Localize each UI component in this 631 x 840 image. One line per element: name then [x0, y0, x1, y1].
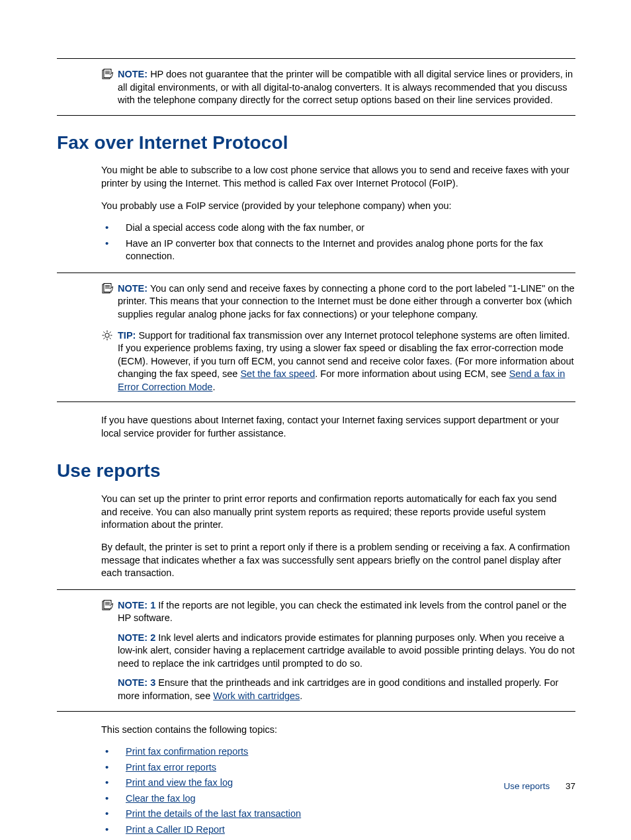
s1-note: NOTE: You can only send and receive faxe…	[57, 282, 575, 321]
svg-rect-20	[104, 600, 111, 609]
note-text: Ink level alerts and indicators provide …	[118, 632, 575, 669]
note-label: NOTE: 3	[118, 677, 155, 688]
s1-bullet-1: Dial a special access code along with th…	[101, 222, 575, 235]
footer-title: Use reports	[503, 781, 550, 791]
topic-item: Clear the fax log	[101, 792, 575, 806]
link-print-view-fax-log[interactable]: Print and view the fax log	[126, 777, 233, 788]
topic-item: Print fax error reports	[101, 761, 575, 775]
svg-line-15	[104, 331, 105, 333]
s1-p1: You might be able to subscribe to a low …	[57, 164, 575, 190]
link-print-caller-id[interactable]: Print a Caller ID Report	[126, 824, 225, 835]
svg-line-17	[110, 331, 111, 333]
link-set-fax-speed[interactable]: Set the fax speed	[240, 368, 315, 379]
topic-item: Print fax confirmation reports	[101, 745, 575, 759]
top-note-group: NOTE: HP does not guarantee that the pri…	[57, 58, 575, 116]
top-note: NOTE: HP does not guarantee that the pri…	[57, 68, 575, 107]
s2-p3: This section contains the following topi…	[57, 724, 575, 737]
s1-p2: You probably use a FoIP service (provide…	[57, 200, 575, 213]
svg-rect-1	[104, 69, 111, 78]
link-clear-fax-log[interactable]: Clear the fax log	[126, 793, 196, 804]
tip-icon	[102, 330, 113, 341]
note-text-1: Ensure that the printheads and ink cartr…	[118, 677, 558, 701]
note-label: NOTE: 1	[118, 600, 155, 610]
note-text: You can only send and receive faxes by c…	[118, 283, 575, 319]
link-print-last-fax-details[interactable]: Print the details of the last fax transa…	[126, 808, 301, 819]
s2-note-2: NOTE: 2 Ink level alerts and indicators …	[57, 632, 575, 671]
tip-text-2: . For more information about using ECM, …	[315, 368, 509, 379]
note-label: NOTE: 2	[118, 632, 155, 643]
note-text-2: .	[300, 691, 302, 701]
svg-point-10	[105, 333, 109, 337]
topic-item: Print a Caller ID Report	[101, 823, 575, 837]
s1-bullet-2: Have an IP converter box that connects t…	[101, 237, 575, 263]
s1-callout-group: NOTE: You can only send and receive faxe…	[57, 273, 575, 403]
tip-text-3: .	[212, 382, 215, 392]
s2-p2: By default, the printer is set to print …	[57, 541, 575, 580]
s1-p3: If you have questions about Internet fax…	[57, 414, 575, 440]
heading-use-reports: Use reports	[57, 458, 575, 483]
svg-line-16	[110, 337, 111, 339]
s1-tip: TIP: Support for traditional fax transmi…	[57, 329, 575, 394]
note-text: HP does not guarantee that the printer w…	[118, 69, 573, 105]
topic-item: Print the details of the last fax transa…	[101, 808, 575, 821]
footer-page-number: 37	[566, 781, 575, 791]
s2-topics: Print fax confirmation reports Print fax…	[57, 745, 575, 840]
tip-label: TIP:	[118, 330, 136, 341]
link-work-with-cartridges[interactable]: Work with cartridges	[213, 691, 300, 701]
s2-p1: You can set up the printer to print erro…	[57, 493, 575, 532]
link-print-fax-confirmation[interactable]: Print fax confirmation reports	[126, 746, 248, 757]
note-text: If the reports are not legible, you can …	[118, 600, 567, 624]
svg-rect-6	[104, 283, 111, 292]
s2-callout-group: NOTE: 1 If the reports are not legible, …	[57, 589, 575, 712]
note-icon	[102, 69, 113, 79]
page: NOTE: HP does not guarantee that the pri…	[0, 0, 631, 840]
svg-line-18	[104, 337, 105, 339]
link-print-fax-error[interactable]: Print fax error reports	[126, 762, 216, 773]
content-column: NOTE: HP does not guarantee that the pri…	[57, 58, 575, 840]
note-label: NOTE:	[118, 283, 147, 294]
note-icon	[102, 283, 113, 294]
s1-bullets: Dial a special access code along with th…	[57, 222, 575, 263]
heading-fax-over-ip: Fax over Internet Protocol	[57, 130, 575, 155]
note-icon	[102, 600, 113, 610]
s2-note-1: NOTE: 1 If the reports are not legible, …	[57, 599, 575, 625]
page-footer: Use reports 37	[503, 780, 575, 792]
s2-note-3: NOTE: 3 Ensure that the printheads and i…	[57, 677, 575, 702]
note-label: NOTE:	[118, 69, 147, 79]
